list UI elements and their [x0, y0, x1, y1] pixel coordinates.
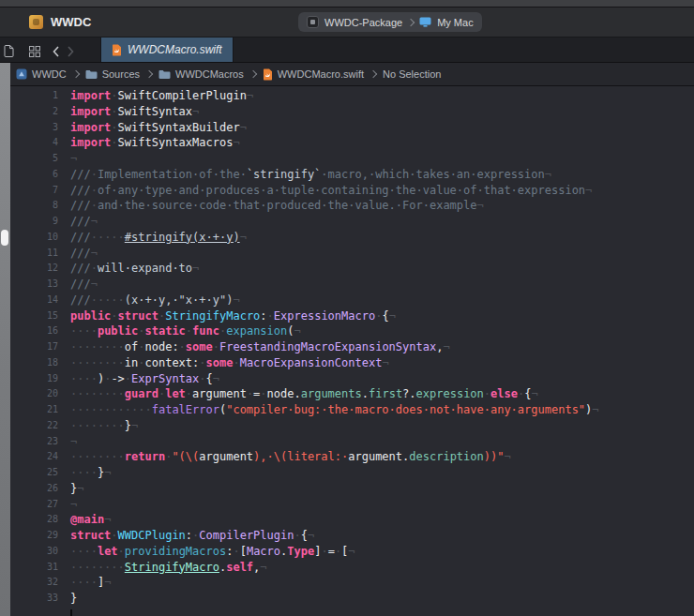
code-text[interactable]: import·SwiftSyntaxBuilder¬ [58, 120, 247, 136]
code-line[interactable]: 24········return·"(\(argument),·\(litera… [0, 449, 694, 465]
code-lines: 1import·SwiftCompilerPlugin¬2import·Swif… [0, 88, 694, 616]
jumpbar-item-selection[interactable]: No Selection [383, 68, 441, 80]
jumpbar-label[interactable]: Sources [102, 68, 140, 80]
code-line[interactable]: 4import·SwiftSyntaxMacros¬ [0, 135, 694, 151]
code-line[interactable]: 17········of·node:·some·FreestandingMacr… [0, 339, 694, 355]
code-line[interactable]: 9///¬ [0, 214, 694, 230]
code-line[interactable]: 13///¬ [0, 277, 694, 293]
splitter-handle[interactable] [1, 230, 8, 246]
code-text[interactable]: }¬ [58, 481, 83, 497]
code-line[interactable]: 14///·····(x·+·y,·"x·+·y")¬ [0, 293, 694, 308]
code-line[interactable]: 25····}¬ [0, 465, 694, 481]
code-text[interactable]: ///·of·any·type·and·produces·a·tuple·con… [58, 183, 592, 199]
code-text[interactable]: ///¬ [58, 277, 98, 293]
code-text[interactable]: ········of·node:·some·FreestandingMacroE… [58, 339, 450, 355]
code-line[interactable] [0, 607, 694, 616]
code-line[interactable]: 1import·SwiftCompilerPlugin¬ [0, 88, 694, 104]
code-text[interactable]: struct·WWDCPlugin:·CompilerPlugin·{¬ [58, 528, 314, 544]
code-text[interactable]: ········StringifyMacro.self,¬ [58, 560, 267, 576]
code-line[interactable]: 28@main¬ [0, 512, 694, 528]
jumpbar-label[interactable]: WWDC [32, 68, 67, 80]
scheme-name[interactable]: WWDC-Package [324, 17, 402, 28]
code-text[interactable]: ········return·"(\(argument),·\(literal:… [58, 449, 511, 465]
jumpbar-label[interactable]: WWDCMacros [175, 68, 244, 80]
jumpbar-item-project[interactable]: WWDC [16, 68, 67, 80]
code-text[interactable]: @main¬ [58, 512, 111, 528]
code-text[interactable]: ///¬ [58, 214, 98, 230]
code-text[interactable]: import·SwiftCompilerPlugin¬ [58, 88, 253, 104]
jumpbar-label[interactable]: WWDCMacro.swift [278, 68, 364, 80]
grid-icon[interactable] [29, 44, 40, 61]
jumpbar-item-wwdcmacros[interactable]: WWDCMacros [158, 68, 244, 80]
code-line[interactable]: 23¬ [0, 434, 694, 450]
code-text[interactable]: ····]¬ [58, 575, 111, 591]
forward-chevron-icon[interactable] [67, 44, 74, 61]
code-line[interactable]: 20········guard·let·argument·=·node.argu… [0, 386, 694, 402]
document-icon[interactable] [4, 44, 14, 61]
code-text[interactable]: ····}¬ [58, 465, 111, 481]
code-line[interactable]: 30····let·providingMacros:·[Macro.Type]·… [0, 544, 694, 560]
code-line[interactable]: 5¬ [0, 151, 694, 167]
code-line[interactable]: 29struct·WWDCPlugin:·CompilerPlugin·{¬ [0, 528, 694, 544]
code-text[interactable]: ········in·context:·some·MacroExpansionC… [58, 355, 389, 371]
code-text[interactable]: public·struct·StringifyMacro:·Expression… [58, 308, 396, 324]
code-line[interactable]: 10///·····#stringify(x·+·y)¬ [0, 230, 694, 246]
chevron-right-icon [71, 70, 79, 78]
code-line[interactable]: 18········in·context:·some·MacroExpansio… [0, 355, 694, 371]
code-line[interactable]: 22········}¬ [0, 418, 694, 434]
code-line[interactable]: 15public·struct·StringifyMacro:·Expressi… [0, 308, 694, 324]
code-text[interactable]: ········}¬ [58, 418, 138, 434]
chevron-right-icon [249, 70, 256, 78]
swift-file-icon [112, 44, 122, 56]
code-editor[interactable]: 1import·SwiftCompilerPlugin¬2import·Swif… [0, 86, 694, 616]
scheme-selector[interactable]: WWDC-Package My Mac [298, 12, 482, 32]
xcode-window: WWDC WWDC-Package My Mac [0, 0, 694, 616]
code-line[interactable]: 21············fatalError("compiler·bug:·… [0, 402, 694, 418]
code-line[interactable]: 19····)·->·ExprSyntax·{¬ [0, 371, 694, 387]
code-line[interactable]: 6///·Implementation·of·the·`stringify`·m… [0, 167, 694, 183]
jumpbar-item-file[interactable]: WWDCMacro.swift [263, 68, 364, 81]
code-text[interactable]: ///·Implementation·of·the·`stringify`·ma… [58, 167, 551, 183]
code-text[interactable]: ¬ [58, 434, 77, 450]
code-line[interactable]: 31········StringifyMacro.self,¬ [0, 560, 694, 576]
jumpbar-label[interactable]: No Selection [383, 68, 441, 80]
code-text[interactable]: ///·····#stringify(x·+·y)¬ [58, 230, 247, 246]
code-text[interactable]: ····)·->·ExprSyntax·{¬ [58, 371, 219, 387]
code-line[interactable]: 11///¬ [0, 246, 694, 262]
swift-file-icon [263, 68, 273, 81]
back-chevron-icon[interactable] [53, 44, 60, 61]
code-line[interactable]: 7///·of·any·type·and·produces·a·tuple·co… [0, 183, 694, 199]
code-line[interactable]: 26}¬ [0, 481, 694, 497]
chevron-right-icon [145, 70, 153, 78]
code-line[interactable]: 8///·and·the·source·code·that·produced·t… [0, 198, 694, 214]
folder-icon [85, 69, 98, 80]
code-line[interactable]: 3import·SwiftSyntaxBuilder¬ [0, 120, 694, 136]
run-destination[interactable]: My Mac [437, 17, 474, 28]
code-text[interactable]: ····public·static·func·expansion(¬ [58, 323, 301, 339]
code-text[interactable]: import·SwiftSyntax¬ [58, 104, 199, 120]
tab-wwdcmacro-swift[interactable]: WWDCMacro.swift [100, 38, 234, 62]
code-line[interactable]: 32····]¬ [0, 575, 694, 591]
code-text[interactable]: ········guard·let·argument·=·node.argume… [58, 386, 538, 402]
navigator-splitter[interactable] [0, 63, 10, 616]
code-text[interactable]: } [58, 591, 77, 607]
code-text[interactable]: ¬ [58, 151, 77, 167]
code-line[interactable]: 12///·will·expand·to¬ [0, 261, 694, 277]
code-text[interactable]: import·SwiftSyntaxMacros¬ [58, 135, 240, 151]
code-text[interactable]: ///·····(x·+·y,·"x·+·y")¬ [58, 293, 240, 308]
code-line[interactable]: 16····public·static·func·expansion(¬ [0, 323, 694, 339]
code-line[interactable]: 2import·SwiftSyntax¬ [0, 104, 694, 120]
code-text[interactable]: ············fatalError("compiler·bug:·th… [58, 402, 599, 418]
code-text[interactable]: ///¬ [58, 246, 98, 262]
code-text[interactable]: ····let·providingMacros:·[Macro.Type]·=·… [58, 544, 355, 560]
code-text[interactable]: ¬ [58, 497, 77, 513]
code-text[interactable]: ///·will·expand·to¬ [58, 261, 199, 277]
display-icon [419, 17, 431, 27]
jump-bar: WWDC Sources WWDCMacros WWDCMacro.swift … [0, 63, 694, 86]
code-text[interactable]: ///·and·the·source·code·that·produced·th… [58, 198, 484, 214]
jumpbar-item-sources[interactable]: Sources [85, 68, 140, 80]
code-line[interactable]: 27¬ [0, 497, 694, 513]
folder-icon [158, 69, 171, 80]
window-top-strip [0, 0, 694, 8]
code-line[interactable]: 33} [0, 591, 694, 607]
